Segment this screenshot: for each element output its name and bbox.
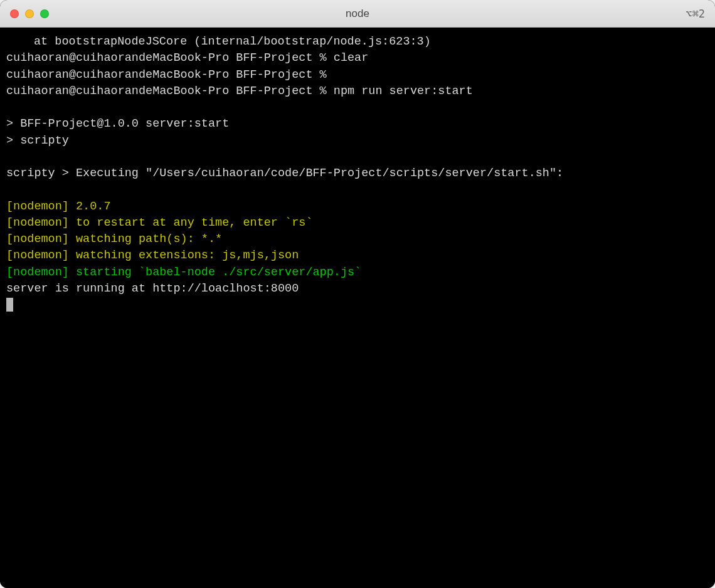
traffic-lights: [10, 9, 49, 18]
titlebar[interactable]: node ⌥⌘2: [0, 0, 715, 28]
cursor-line: [6, 297, 709, 313]
keyboard-shortcut: ⌥⌘2: [686, 8, 705, 20]
terminal-line: [6, 100, 709, 116]
minimize-button[interactable]: [25, 9, 34, 18]
close-button[interactable]: [10, 9, 19, 18]
maximize-button[interactable]: [40, 9, 49, 18]
terminal-line: [nodemon] watching path(s): *.*: [6, 231, 709, 248]
terminal-line: at bootstrapNodeJSCore (internal/bootstr…: [6, 34, 709, 50]
terminal-line: [nodemon] 2.0.7: [6, 199, 709, 215]
terminal-window: node ⌥⌘2 at bootstrapNodeJSCore (interna…: [0, 0, 715, 588]
terminal-line: [nodemon] to restart at any time, enter …: [6, 215, 709, 231]
terminal-line: cuihaoran@cuihaorandeMacBook-Pro BFF-Pro…: [6, 67, 709, 83]
terminal-line: server is running at http://loaclhost:80…: [6, 281, 709, 297]
terminal-line: > scripty: [6, 133, 709, 149]
terminal-line: cuihaoran@cuihaorandeMacBook-Pro BFF-Pro…: [6, 83, 709, 100]
terminal-line: [6, 149, 709, 165]
terminal-line: > BFF-Project@1.0.0 server:start: [6, 116, 709, 132]
window-title: node: [346, 8, 369, 20]
terminal-line: [6, 182, 709, 198]
cursor-icon: [6, 298, 13, 312]
terminal-body[interactable]: at bootstrapNodeJSCore (internal/bootstr…: [0, 28, 715, 588]
terminal-line: [nodemon] starting `babel-node ./src/ser…: [6, 265, 709, 281]
terminal-line: cuihaoran@cuihaorandeMacBook-Pro BFF-Pro…: [6, 50, 709, 66]
terminal-line: [nodemon] watching extensions: js,mjs,js…: [6, 248, 709, 264]
terminal-line: scripty > Executing "/Users/cuihaoran/co…: [6, 165, 709, 182]
